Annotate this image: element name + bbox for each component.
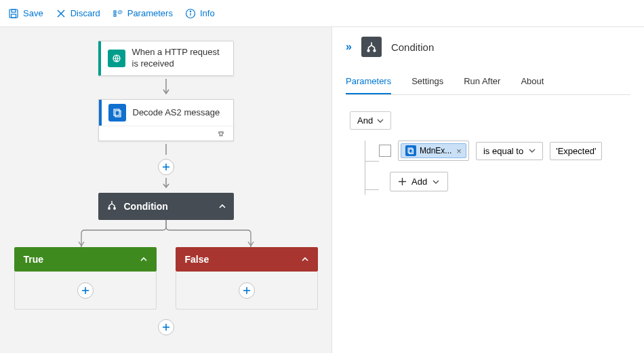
workflow-canvas[interactable]: When a HTTP request is received Decode A… xyxy=(0,27,332,353)
chevron-up-icon xyxy=(302,254,308,265)
svg-rect-2 xyxy=(12,14,16,18)
parameters-icon: @ xyxy=(113,8,123,19)
false-branch: False xyxy=(176,247,318,310)
chevron-up-icon xyxy=(140,254,147,265)
true-branch-header[interactable]: True xyxy=(14,247,157,272)
true-branch: True xyxy=(14,247,157,310)
tab-run-after[interactable]: Run After xyxy=(464,72,500,94)
info-button[interactable]: Info xyxy=(185,8,215,19)
logic-operator-select[interactable]: And xyxy=(350,111,391,130)
operator-label: is equal to xyxy=(483,146,523,156)
add-step-button-1[interactable] xyxy=(158,159,174,175)
add-step-button-2[interactable] xyxy=(158,319,174,335)
dynamic-content-token[interactable]: MdnEx... × xyxy=(401,143,466,158)
svg-rect-6 xyxy=(114,14,116,16)
save-icon xyxy=(8,8,19,19)
discard-icon xyxy=(56,8,66,19)
svg-rect-5 xyxy=(114,11,116,13)
discard-button[interactable]: Discard xyxy=(56,8,100,19)
svg-rect-14 xyxy=(115,111,121,117)
svg-point-19 xyxy=(108,208,109,209)
svg-text:@: @ xyxy=(117,9,123,15)
info-icon xyxy=(185,8,196,19)
connection-link-icon[interactable] xyxy=(99,126,233,141)
branch-connector xyxy=(0,220,331,247)
http-trigger-icon xyxy=(108,50,125,67)
token-label: MdnEx... xyxy=(420,146,451,155)
chevron-down-icon xyxy=(529,147,536,154)
trigger-node[interactable]: When a HTTP request is received xyxy=(98,41,234,76)
trigger-title: When a HTTP request is received xyxy=(132,47,226,70)
svg-point-10 xyxy=(190,11,190,12)
panel-tabs: Parameters Settings Run After About xyxy=(346,72,630,95)
arrow-1 xyxy=(0,79,331,96)
add-true-action-button[interactable] xyxy=(77,282,94,299)
panel-collapse-button[interactable]: » xyxy=(346,41,352,53)
details-panel: » Condition Parameters Settings Run Afte… xyxy=(332,27,644,353)
add-condition-button[interactable]: Add xyxy=(390,172,448,191)
tab-settings[interactable]: Settings xyxy=(411,72,443,94)
false-label: False xyxy=(185,254,209,265)
condition-title: Condition xyxy=(124,201,168,212)
save-label: Save xyxy=(23,8,43,18)
save-button[interactable]: Save xyxy=(8,8,43,19)
parameters-button[interactable]: @ Parameters xyxy=(113,8,173,19)
decode-icon xyxy=(108,104,126,122)
toolbar: Save Discard @ Parameters Info xyxy=(0,0,644,27)
plus-icon xyxy=(399,178,406,185)
panel-title: Condition xyxy=(391,41,434,53)
arrow-2 xyxy=(0,144,331,156)
condition-icon xyxy=(106,200,117,213)
logic-operator-label: And xyxy=(357,115,373,126)
svg-rect-1 xyxy=(12,10,16,12)
condition-right-field[interactable]: 'Expected' xyxy=(550,142,602,160)
tab-parameters[interactable]: Parameters xyxy=(346,72,391,94)
info-label: Info xyxy=(200,8,215,18)
tab-about[interactable]: About xyxy=(521,72,544,94)
true-label: True xyxy=(24,254,44,265)
token-icon xyxy=(405,145,416,156)
chevron-down-icon xyxy=(432,179,439,185)
action-title: Decode AS2 message xyxy=(133,107,220,119)
condition-checkbox[interactable] xyxy=(379,145,391,157)
add-label: Add xyxy=(411,176,427,187)
discard-label: Discard xyxy=(71,8,100,18)
condition-left-field[interactable]: MdnEx... × xyxy=(398,141,469,161)
panel-condition-icon xyxy=(361,37,382,57)
operator-select[interactable]: is equal to xyxy=(476,142,543,160)
chevron-down-icon xyxy=(377,117,384,124)
svg-rect-0 xyxy=(9,10,18,18)
svg-point-20 xyxy=(113,208,115,209)
svg-point-28 xyxy=(374,50,376,52)
svg-point-27 xyxy=(367,50,369,52)
action-node[interactable]: Decode AS2 message xyxy=(98,99,234,141)
add-false-action-button[interactable] xyxy=(239,282,255,299)
parameters-label: Parameters xyxy=(127,8,173,18)
svg-rect-13 xyxy=(114,109,119,115)
condition-node[interactable]: Condition xyxy=(98,193,234,220)
false-branch-header[interactable]: False xyxy=(176,247,318,272)
token-remove-button[interactable]: × xyxy=(456,146,462,156)
collapse-chevron-icon[interactable] xyxy=(219,200,226,212)
arrow-3 xyxy=(0,178,331,190)
